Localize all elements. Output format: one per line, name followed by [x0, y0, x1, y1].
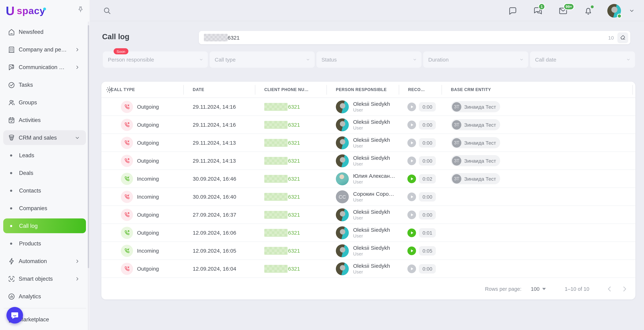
person-name[interactable]: Oleksii Siedykh: [353, 262, 390, 269]
column-divider[interactable]: [442, 85, 442, 95]
column-header-call-type[interactable]: CALL TYPE: [102, 88, 184, 92]
play-recording-button[interactable]: [408, 120, 416, 129]
recording-duration: 0:00: [419, 192, 436, 201]
filter-status[interactable]: Status: [316, 52, 422, 68]
sidebar-item-activities[interactable]: Activities: [0, 111, 90, 129]
sidebar-item-smart-objects[interactable]: Smart objects: [0, 270, 90, 287]
sidebar-item-call-log[interactable]: Call log: [0, 217, 90, 235]
user-avatar[interactable]: [607, 4, 621, 18]
crm-entity-chip[interactable]: ЗТЗинаида Тест: [451, 155, 500, 166]
eraser-icon: [620, 35, 626, 41]
sidebar-scrollbar-thumb[interactable]: [88, 25, 89, 268]
client-phone: 6321: [255, 265, 326, 273]
sidebar-item-groups[interactable]: Groups: [0, 94, 90, 111]
table-row[interactable]: Incoming30.09.2024, 16:406321CCСорокин С…: [102, 188, 635, 206]
next-page-button[interactable]: [621, 285, 628, 292]
notifications-bell-icon[interactable]: [584, 6, 593, 15]
sidebar-item-communication[interactable]: Communication …: [0, 58, 90, 76]
brand-logo[interactable]: U spacy: [6, 3, 45, 19]
table-row[interactable]: Outgoing29.11.2024, 14:136321Oleksii Sie…: [102, 134, 635, 152]
column-divider[interactable]: [632, 85, 633, 95]
table-row[interactable]: Outgoing29.11.2024, 14:166321Oleksii Sie…: [102, 98, 635, 116]
person-name[interactable]: Oleksii Siedykh: [353, 208, 390, 215]
sidebar-item-companies[interactable]: Companies: [0, 199, 90, 217]
table-row[interactable]: Outgoing12.09.2024, 16:046321Oleksii Sie…: [102, 260, 635, 278]
support-chat-fab[interactable]: [6, 307, 23, 323]
pin-sidebar-icon[interactable]: [76, 6, 84, 14]
censored-phone-prefix: [264, 265, 288, 273]
person-name[interactable]: Oleksii Siedykh: [353, 100, 390, 107]
soon-badge: Soon: [114, 48, 128, 54]
table-row[interactable]: Incoming30.09.2024, 16:466321Юлия Алекса…: [102, 170, 635, 188]
play-recording-button[interactable]: [408, 228, 416, 237]
table-row[interactable]: Incoming12.09.2024, 16:056321Oleksii Sie…: [102, 242, 635, 260]
sidebar-item-tasks[interactable]: Tasks: [0, 76, 90, 94]
crm-entity-chip[interactable]: ЗТЗинаида Тест: [451, 173, 500, 184]
profile-menu-chevron-down-icon[interactable]: [629, 8, 635, 14]
person-name[interactable]: Oleksii Siedykh: [353, 118, 390, 125]
mail-icon[interactable]: 99+: [558, 6, 568, 15]
column-divider[interactable]: [326, 85, 327, 95]
person-name[interactable]: Oleksii Siedykh: [353, 226, 390, 233]
play-recording-button[interactable]: [408, 210, 416, 219]
person-name[interactable]: Юлия Алексан…: [353, 172, 395, 179]
column-divider[interactable]: [399, 85, 399, 95]
sidebar-item-automation[interactable]: Automation: [0, 252, 90, 270]
phone-search-input[interactable]: 6321 10: [199, 31, 630, 44]
column-header-person-responsible[interactable]: PERSON RESPONSIBLE: [326, 88, 399, 92]
table-row[interactable]: Outgoing29.11.2024, 14:136321Oleksii Sie…: [102, 152, 635, 170]
previous-page-button[interactable]: [606, 285, 613, 292]
sidebar: U spacy NewsfeedCompany and pe…Communica…: [0, 0, 90, 330]
filter-duration[interactable]: Duration: [423, 52, 528, 68]
person-name[interactable]: Oleksii Siedykh: [353, 244, 390, 251]
sidebar-item-newsfeed[interactable]: Newsfeed: [0, 23, 90, 41]
person-name[interactable]: Сорокин Соро…: [353, 190, 394, 197]
call-date: 12.09.2024, 16:06: [184, 230, 255, 236]
sidebar-item-products[interactable]: Products: [0, 235, 90, 252]
person-avatar: CC: [336, 190, 349, 203]
comment-icon[interactable]: [508, 6, 518, 15]
sidebar-item-label: Activities: [19, 117, 41, 123]
table-settings-gear-icon[interactable]: [106, 86, 113, 94]
sidebar-item-crm-and-sales[interactable]: CRM and sales: [0, 129, 90, 146]
filter-person-responsible[interactable]: Person responsibleSoon: [103, 52, 208, 68]
sidebar-item-deals[interactable]: Deals: [0, 164, 90, 182]
column-header-date[interactable]: DATE: [184, 88, 255, 92]
table-row[interactable]: Outgoing12.09.2024, 16:066321Oleksii Sie…: [102, 224, 635, 242]
play-recording-button[interactable]: [408, 192, 416, 201]
person-avatar: [336, 244, 349, 257]
person-name[interactable]: Oleksii Siedykh: [353, 154, 390, 161]
filter-call-type[interactable]: Call type: [210, 52, 315, 68]
home-icon: [8, 28, 16, 36]
table-row[interactable]: Outgoing29.11.2024, 14:166321Oleksii Sie…: [102, 116, 635, 134]
call-type-label: Incoming: [137, 176, 159, 182]
table-row[interactable]: Outgoing27.09.2024, 16:376321Oleksii Sie…: [102, 206, 635, 224]
column-header-base-crm-entity[interactable]: BASE CRM ENTITY: [442, 88, 635, 92]
column-header-reco[interactable]: RECO…: [399, 88, 442, 92]
play-recording-button[interactable]: [408, 156, 416, 165]
crm-entity-chip[interactable]: ЗТЗинаида Тест: [451, 101, 500, 112]
column-header-client-phone-nu[interactable]: CLIENT PHONE NU…: [255, 88, 326, 92]
chats-icon[interactable]: 1: [533, 6, 542, 15]
filter-call-date[interactable]: Call date: [530, 52, 635, 68]
pagination-range: 1–10 of 10: [565, 286, 589, 292]
crm-entity-chip[interactable]: ЗТЗинаида Тест: [451, 119, 500, 130]
play-recording-button[interactable]: [408, 102, 416, 111]
play-recording-button[interactable]: [408, 246, 416, 255]
sidebar-item-contacts[interactable]: Contacts: [0, 182, 90, 199]
crm-entity-chip[interactable]: ЗТЗинаида Тест: [451, 137, 500, 148]
column-divider[interactable]: [184, 85, 184, 95]
sidebar-item-analytics[interactable]: Analytics: [0, 287, 90, 305]
sidebar-item-leads[interactable]: Leads: [0, 146, 90, 164]
play-recording-button[interactable]: [408, 138, 416, 147]
play-recording-button[interactable]: [408, 174, 416, 183]
column-divider[interactable]: [255, 85, 255, 95]
rows-per-page-select[interactable]: 100: [531, 286, 546, 292]
search-icon[interactable]: [103, 7, 112, 15]
person-name[interactable]: Oleksii Siedykh: [353, 136, 390, 143]
clear-search-button[interactable]: [618, 32, 628, 43]
topbar-actions: 1 99+: [492, 0, 635, 21]
play-recording-button[interactable]: [408, 264, 416, 273]
sidebar-item-company-and-pe[interactable]: Company and pe…: [0, 41, 90, 58]
sidebar-item-label: Companies: [19, 205, 47, 211]
